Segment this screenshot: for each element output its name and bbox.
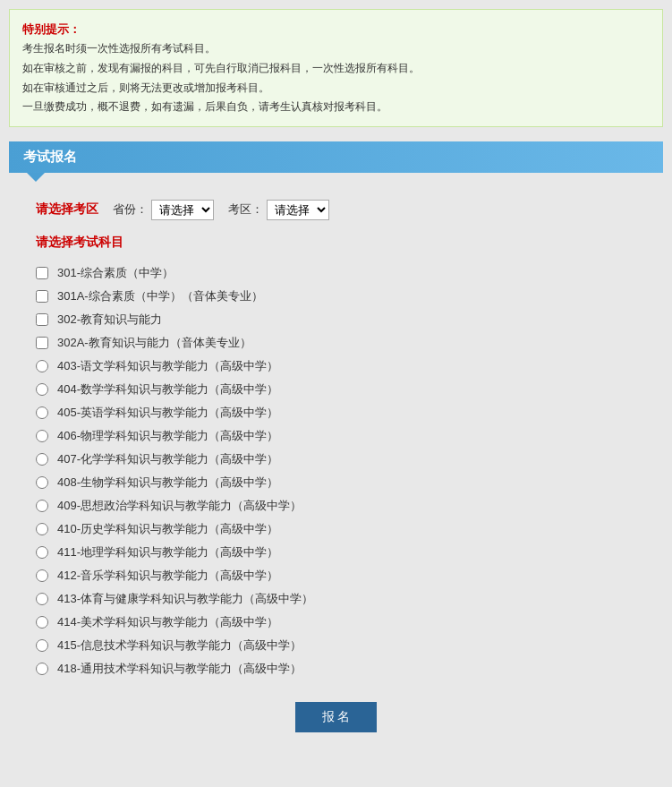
subject-label: 409-思想政治学科知识与教学能力（高级中学） (57, 498, 302, 514)
subject-item: 410-历史学科知识与教学能力（高级中学） (36, 518, 636, 541)
subject-radio[interactable] (36, 500, 48, 512)
subject-label: 405-英语学科知识与教学能力（高级中学） (57, 405, 278, 421)
subject-title: 请选择考试科目 (36, 235, 636, 251)
province-field: 省份： 请选择 (113, 200, 214, 220)
subject-item: 406-物理学科知识与教学能力（高级中学） (36, 424, 636, 448)
subject-item: 411-地理学科知识与教学能力（高级中学） (36, 541, 636, 564)
subject-item: 415-信息技术学科知识与教学能力（高级中学） (36, 634, 636, 657)
district-field: 考区： 请选择 (228, 200, 329, 220)
subject-radio[interactable] (36, 360, 48, 372)
subject-radio[interactable] (36, 593, 48, 605)
subject-checkbox[interactable] (36, 290, 48, 303)
subject-item: 302A-教育知识与能力（音体美专业） (36, 331, 636, 355)
subject-list: 301-综合素质（中学）301A-综合素质（中学）（音体美专业）302-教育知识… (36, 261, 636, 680)
subject-radio[interactable] (36, 430, 48, 442)
section-header: 考试报名 (9, 141, 663, 173)
subject-radio[interactable] (36, 523, 48, 535)
subject-label: 413-体育与健康学科知识与教学能力（高级中学） (57, 591, 313, 607)
subject-item: 302-教育知识与能力 (36, 308, 636, 331)
subject-radio[interactable] (36, 383, 48, 396)
province-label: 省份： (113, 201, 148, 218)
subject-checkbox[interactable] (36, 313, 48, 326)
subject-item: 412-音乐学科知识与教学能力（高级中学） (36, 564, 636, 587)
form-area: 请选择考区 省份： 请选择 考区： 请选择 请选择考试科目 301-综合素质（中… (9, 173, 663, 759)
subject-label: 302-教育知识与能力 (57, 312, 162, 328)
subject-item: 403-语文学科知识与教学能力（高级中学） (36, 355, 636, 378)
subject-radio[interactable] (36, 476, 48, 489)
subject-label: 410-历史学科知识与教学能力（高级中学） (57, 521, 278, 537)
subject-label: 418-通用技术学科知识与教学能力（高级中学） (57, 661, 302, 677)
subject-label: 403-语文学科知识与教学能力（高级中学） (57, 358, 278, 374)
subject-label: 415-信息技术学科知识与教学能力（高级中学） (57, 637, 302, 654)
subject-label: 414-美术学科知识与教学能力（高级中学） (57, 614, 278, 630)
subject-label: 408-生物学科知识与教学能力（高级中学） (57, 475, 278, 491)
district-select[interactable]: 请选择 (267, 200, 329, 220)
region-select-row: 请选择考区 省份： 请选择 考区： 请选择 (36, 200, 636, 220)
page-wrapper: 特别提示： 考生报名时须一次性选报所有考试科目。 如在审核之前，发现有漏报的科目… (0, 0, 672, 787)
subject-item: 404-数学学科知识与教学能力（高级中学） (36, 378, 636, 401)
subject-item: 413-体育与健康学科知识与教学能力（高级中学） (36, 587, 636, 611)
subject-label: 411-地理学科知识与教学能力（高级中学） (57, 544, 278, 560)
subject-item: 418-通用技术学科知识与教学能力（高级中学） (36, 657, 636, 680)
subject-item: 408-生物学科知识与教学能力（高级中学） (36, 471, 636, 494)
section-title: 考试报名 (23, 149, 77, 164)
notice-line-3: 如在审核通过之后，则将无法更改或增加报考科目。 (22, 79, 650, 98)
subject-radio[interactable] (36, 546, 48, 559)
subject-radio[interactable] (36, 663, 48, 675)
notice-box: 特别提示： 考生报名时须一次性选报所有考试科目。 如在审核之前，发现有漏报的科目… (9, 9, 663, 127)
subject-item: 407-化学学科知识与教学能力（高级中学） (36, 448, 636, 471)
notice-line-1: 考生报名时须一次性选报所有考试科目。 (22, 39, 650, 59)
subject-radio[interactable] (36, 616, 48, 629)
submit-button[interactable]: 报 名 (295, 702, 378, 732)
subject-label: 301A-综合素质（中学）（音体美专业） (57, 288, 263, 304)
subject-radio[interactable] (36, 406, 48, 419)
subject-item: 301-综合素质（中学） (36, 261, 636, 285)
district-label: 考区： (228, 201, 263, 218)
subject-label: 404-数学学科知识与教学能力（高级中学） (57, 381, 278, 398)
subject-checkbox[interactable] (36, 337, 48, 349)
subject-label: 302A-教育知识与能力（音体美专业） (57, 335, 251, 351)
subject-item: 414-美术学科知识与教学能力（高级中学） (36, 611, 636, 634)
notice-line-2: 如在审核之前，发现有漏报的科目，可先自行取消已报科目，一次性选报所有科目。 (22, 59, 650, 79)
subject-label: 407-化学学科知识与教学能力（高级中学） (57, 451, 278, 467)
subject-label: 406-物理学科知识与教学能力（高级中学） (57, 428, 278, 444)
subject-radio[interactable] (36, 453, 48, 466)
subject-label: 412-音乐学科知识与教学能力（高级中学） (57, 568, 278, 584)
subject-label: 301-综合素质（中学） (57, 265, 174, 281)
submit-area: 报 名 (36, 702, 636, 741)
subject-item: 405-英语学科知识与教学能力（高级中学） (36, 401, 636, 424)
subject-item: 409-思想政治学科知识与教学能力（高级中学） (36, 494, 636, 518)
notice-title: 特别提示： (22, 19, 650, 39)
subject-radio[interactable] (36, 569, 48, 582)
subject-item: 301A-综合素质（中学）（音体美专业） (36, 285, 636, 308)
province-select[interactable]: 请选择 (151, 200, 214, 220)
notice-line-4: 一旦缴费成功，概不退费，如有遗漏，后果自负，请考生认真核对报考科目。 (22, 98, 650, 117)
subject-radio[interactable] (36, 639, 48, 652)
region-label: 请选择考区 (36, 201, 98, 218)
subject-checkbox[interactable] (36, 267, 48, 279)
